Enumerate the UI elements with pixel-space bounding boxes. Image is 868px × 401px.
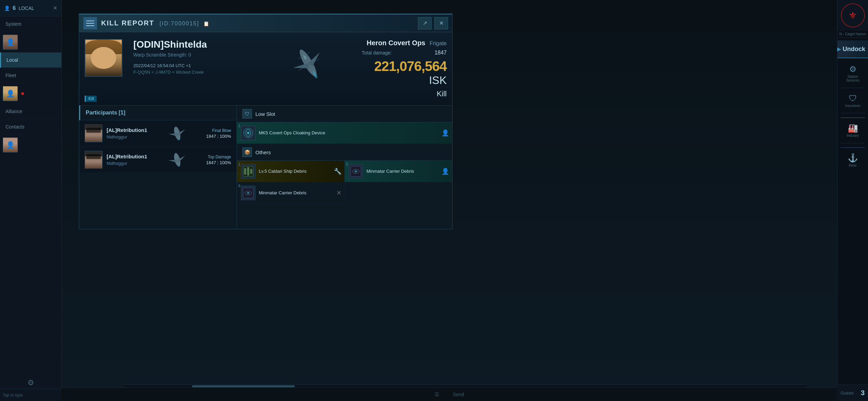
slot-action-person-2[interactable]: 👤 [442,168,449,175]
horizontal-scrollbar[interactable] [123,385,806,387]
right-sidebar: ⚜ N - Catgirl Harem ▶▶ Undock ⚙ Station … [837,0,868,401]
modal-actions: ↗ ✕ [418,17,448,29]
modal-header: KILL REPORT [ID:7000015] 📋 ↗ ✕ [79,14,452,32]
guests-count: 3 [861,389,865,397]
channel-close-icon[interactable]: ✕ [53,5,57,11]
ship-class: Frigate [430,40,447,46]
others-grid: 1 Lv.5 Ca [237,161,452,204]
kill-indicator-tag: Kill [85,96,97,102]
minmatar-debris-2-name: Minmatar Carrier Debris [259,190,306,196]
minmatar-debris-1-icon [349,164,363,179]
left-sidebar: 👤 6 LOCAL ✕ System 👤 Local Fleet 👤 Allia… [0,0,62,401]
bottom-menu-icon[interactable]: ☰ [435,392,439,397]
low-slot-icon: 🛡 [242,109,252,119]
participant-1-damage: 1847 | 100% [197,134,231,139]
insurance-icon: 🛡 [849,94,857,103]
ship-type-row: Heron Covert Ops Frigate [362,39,447,47]
slot-action-wrench[interactable]: 🔧 [334,168,341,175]
minmatar-debris-2-icon [241,186,255,200]
station-services-item[interactable]: ⚙ Station Services [839,62,867,85]
final-blow-label: Final Blow [197,128,231,133]
chat-input-area[interactable]: Tap to type [0,389,62,401]
svg-point-32 [248,192,249,194]
undock-button[interactable]: ▶▶ Undock [837,40,868,58]
ship-svg [274,36,342,90]
svg-point-20 [247,132,249,134]
slots-panel: 🛡 Low Slot 1 MK5 Covert Ops Cloakin [237,106,452,229]
slot-item-minmatar-debris-2[interactable]: 8 Minmata [237,182,345,204]
avatar-1: 👤 [3,35,18,50]
top-damage-label: Top Damage [197,155,231,159]
victim-name: [ODIN]Shintelda [133,39,255,50]
guests-bar: Guests 3 [837,385,868,401]
base-item[interactable]: ⚓ Base [839,150,867,170]
close-modal-button[interactable]: ✕ [434,17,448,29]
settings-gear-icon[interactable]: ⚙ [27,378,34,387]
participant-1-name: [AL]Retribution1 [107,127,158,133]
svg-point-28 [355,171,357,172]
participant-avatar-2 [85,151,103,169]
bottom-bar: ☰ Send [62,387,837,401]
total-damage-label: Total damage: [362,50,392,56]
industry-icon: 🏭 [848,123,858,133]
participants-panel: Participants [1] [AL]Retribution1 Nidhog… [79,106,237,229]
sidebar-item-local[interactable]: Local [0,52,61,68]
station-services-panel: ⚙ Station Services 🛡 Insurance 🏭 Industr… [837,62,868,170]
external-link-button[interactable]: ↗ [418,17,432,29]
participant-row-1[interactable]: [AL]Retribution1 Nidhoggur [79,120,237,147]
corp-name: N - Catgirl Harem [837,31,868,38]
cloaking-device-name: MK5 Covert Ops Cloaking Device [259,130,325,136]
participant-2-stats: Top Damage 1847 | 100% [197,155,231,165]
participant-1-stats: Final Blow 1847 | 100% [197,128,231,139]
participant-2-damage: 1847 | 100% [197,160,231,165]
menu-button[interactable] [83,17,97,29]
sidebar-item-contacts[interactable]: Contacts [0,119,61,135]
others-label: Others [255,149,271,155]
sidebar-item-fleet[interactable]: Fleet [0,68,61,83]
slot-num-caldari: 1 [238,162,240,166]
hamburger-line-2 [86,23,94,24]
participant-row-2[interactable]: [AL]Retribution1 Nidhoggur [79,147,237,173]
slot-item-cloaking[interactable]: 1 MK5 Covert Ops Cloaking Device 👤 [237,122,452,144]
kill-report-modal: KILL REPORT [ID:7000015] 📋 ↗ ✕ [79,14,453,229]
base-icon: ⚓ [848,153,858,163]
participant-2-info: [AL]Retribution1 Nidhoggur [107,154,158,166]
participant-1-ship-icon [162,125,193,142]
slot-item-caldari-debris[interactable]: 1 Lv.5 Ca [237,161,345,182]
industry-item[interactable]: 🏭 Industry [839,121,867,140]
ship-type-name: Heron Covert Ops [367,39,425,47]
modal-title: KILL REPORT [ID:7000015] 📋 [101,19,418,27]
main-content: KILL REPORT [ID:7000015] 📋 ↗ ✕ [62,0,837,401]
modal-id: [ID:7000015] [160,21,200,26]
modal-body: Participants [1] [AL]Retribution1 Nidhog… [79,106,452,229]
slot-item-minmatar-debris-1[interactable]: 5 Minmata [345,161,452,182]
sidebar-item-system[interactable]: System [0,16,61,32]
cloaking-device-icon [241,126,255,140]
slot-num-1: 1 [238,124,240,128]
kill-stats: Heron Covert Ops Frigate Total damage: 1… [356,32,452,105]
insurance-item[interactable]: 🛡 Insurance [839,91,867,110]
undock-label: Undock [843,46,865,53]
participants-header: Participants [1] [79,106,237,120]
sidebar-item-alliance[interactable]: Alliance [0,104,61,119]
victim-portrait [85,39,122,77]
hamburger-line-3 [86,25,94,26]
slot-action-person-1[interactable]: 👤 [442,129,449,137]
others-icon: 📦 [242,147,252,157]
participant-2-corp: Nidhoggur [107,161,158,166]
send-button[interactable]: Send [453,392,464,397]
isk-suffix: ISK [429,74,447,86]
kill-header-section: Kill [ODIN]Shintelda Warp Scramble Stren… [79,32,452,106]
channel-name: LOCAL [19,5,50,11]
svg-rect-24 [250,169,252,174]
user-count: 6 [13,5,16,11]
corp-emblem: ⚜ [837,0,868,31]
slot-num-minmatar-2: 8 [238,184,240,188]
station-services-icon: ⚙ [849,64,857,74]
participant-avatar-1 [85,124,103,142]
copy-id-icon[interactable]: 📋 [203,21,210,26]
victim-warp-strength: Warp Scramble Strength: 0 [133,52,255,58]
low-slot-header: 🛡 Low Slot [237,106,452,122]
participant-2-ship-icon [162,151,193,168]
slot-action-close[interactable]: ✕ [336,189,341,197]
